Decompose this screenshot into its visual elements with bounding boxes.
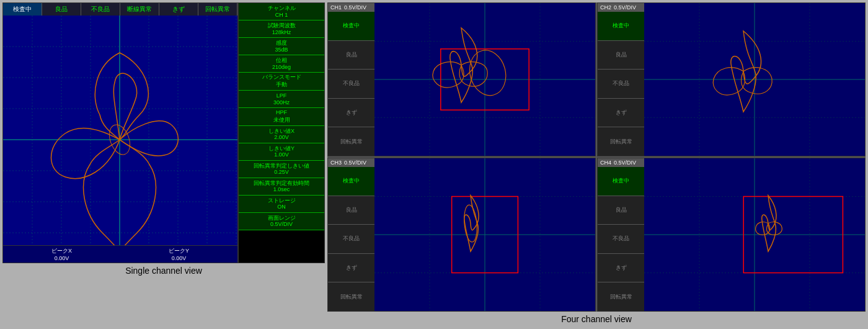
ch2-status-good: 良品 (598, 41, 644, 70)
ch3-header: CH3 0.5V/DIV (328, 158, 374, 167)
status-good: 良品 (42, 3, 81, 16)
channel-cell-ch2: CH2 0.5V/DIV 検査中 良品 不良品 きず 回転異常 (597, 2, 866, 156)
ch2-status-bad: 不良品 (598, 70, 644, 99)
peak-y-label: ピークY 0.00V (120, 246, 237, 263)
setting-rotation-threshold[interactable]: 回転異常判定しきい値 0.25V (239, 161, 324, 178)
left-top: 検査中 良品 不良品 断線異常 きず 回転異常 (2, 2, 325, 263)
ch3-status-bad: 不良品 (328, 225, 374, 254)
ch2-status-rotation: 回転異常 (598, 127, 644, 156)
settings-panel: チャンネル CH 1 試験周波数 128kHz 感度 35dB 位相 210de… (238, 2, 325, 263)
ch2-scope-svg (644, 3, 865, 156)
setting-threshold-x[interactable]: しきい値X 2.00V (239, 126, 324, 143)
ch1-status-good: 良品 (328, 41, 374, 70)
ch1-header: CH1 0.5V/DIV (328, 3, 374, 12)
setting-hpf[interactable]: HPF 未使用 (239, 108, 324, 126)
ch1-status-rotation: 回転異常 (328, 127, 374, 156)
scope-svg (3, 16, 237, 263)
ch1-scope-svg (374, 3, 595, 156)
right-panel: CH1 0.5V/DIV 検査中 良品 不良品 きず 回転異常 (327, 2, 866, 327)
setting-balance-mode[interactable]: バランスモード 手動 (239, 73, 324, 91)
ch4-header: CH4 0.5V/DIV (598, 158, 644, 167)
four-channel-grid: CH1 0.5V/DIV 検査中 良品 不良品 きず 回転異常 (327, 2, 866, 312)
ch1-status-inspecting: 検査中 (328, 12, 374, 41)
setting-storage[interactable]: ストレージ ON (239, 196, 324, 213)
left-panel: 検査中 良品 不良品 断線異常 きず 回転異常 (2, 2, 325, 327)
setting-lpf[interactable]: LPF 300Hz (239, 91, 324, 108)
ch3-status-good: 良品 (328, 196, 374, 225)
channel-cell-ch1: CH1 0.5V/DIV 検査中 良品 不良品 きず 回転異常 (327, 2, 596, 156)
setting-frequency[interactable]: 試験周波数 128kHz (239, 20, 324, 38)
peak-x-label: ピークX 0.00V (3, 246, 120, 263)
ch3-status-inspecting: 検査中 (328, 167, 374, 196)
setting-threshold-y[interactable]: しきい値Y 1.00V (239, 143, 324, 161)
ch2-header: CH2 0.5V/DIV (598, 3, 644, 12)
ch2-status-scratch: きず (598, 99, 644, 128)
ch4-status-bad: 不良品 (598, 225, 644, 254)
main-container: 検査中 良品 不良品 断線異常 きず 回転異常 (0, 0, 868, 329)
setting-rotation-time[interactable]: 回転異常判定有効時間 1.0sec (239, 178, 324, 196)
ch4-scope-svg (644, 158, 865, 311)
status-break: 断線異常 (120, 3, 159, 16)
ch4-status-rotation: 回転異常 (598, 282, 644, 311)
ch3-status-rotation: 回転異常 (328, 282, 374, 311)
setting-channel[interactable]: チャンネル CH 1 (239, 3, 324, 20)
status-bad: 不良品 (81, 3, 120, 16)
ch2-status-inspecting: 検査中 (598, 12, 644, 41)
setting-sensitivity[interactable]: 感度 35dB (239, 38, 324, 55)
left-caption: Single channel view (2, 263, 325, 278)
ch1-status-bad: 不良品 (328, 70, 374, 99)
ch4-status-inspecting: 検査中 (598, 167, 644, 196)
ch3-scope-svg (374, 158, 595, 311)
status-inspecting: 検査中 (3, 3, 42, 16)
ch3-status-scratch: きず (328, 254, 374, 283)
status-scratch: きず (159, 3, 198, 16)
status-rotation: 回転異常 (198, 3, 237, 16)
ch1-status-scratch: きず (328, 99, 374, 128)
setting-phase[interactable]: 位相 210deg (239, 55, 324, 73)
channel-cell-ch4: CH4 0.5V/DIV 検査中 良品 不良品 きず 回転異常 (597, 158, 866, 312)
right-caption: Four channel view (327, 312, 866, 327)
ch4-status-good: 良品 (598, 196, 644, 225)
channel-cell-ch3: CH3 0.5V/DIV 検査中 良品 不良品 きず 回転異常 (327, 158, 596, 312)
oscilloscope-display: 検査中 良品 不良品 断線異常 きず 回転異常 (2, 2, 238, 263)
setting-range[interactable]: 画面レンジ 0.5V/DIV (239, 213, 324, 230)
status-bar-left: 検査中 良品 不良品 断線異常 きず 回転異常 (3, 3, 237, 16)
ch4-status-scratch: きず (598, 254, 644, 283)
